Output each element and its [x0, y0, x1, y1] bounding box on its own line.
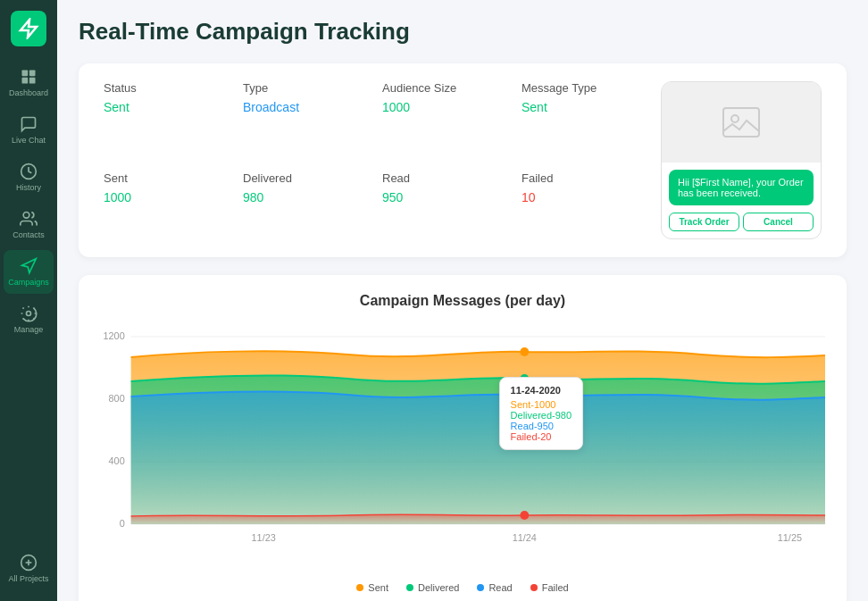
stat-failed-value: 10 — [522, 190, 661, 205]
stat-delivered-label: Delivered — [243, 171, 382, 185]
sidebar-item-contacts[interactable]: Contacts — [4, 203, 54, 246]
svg-text:11/23: 11/23 — [252, 532, 276, 543]
svg-text:1200: 1200 — [104, 330, 125, 341]
legend-delivered-label: Delivered — [418, 582, 459, 593]
sidebar-item-manage[interactable]: Manage — [4, 297, 54, 341]
svg-text:0: 0 — [120, 518, 125, 529]
sent-dot — [520, 347, 529, 356]
chart-card: Campaign Messages (per day) 1200 800 400… — [79, 275, 847, 601]
page-title: Real-Time Campaign Tracking — [79, 18, 847, 46]
stat-type-value: Broadcast — [243, 100, 382, 114]
stat-read: Read 950 — [382, 171, 522, 240]
svg-rect-3 — [29, 78, 36, 84]
sidebar-item-dashboard[interactable]: Dashboard — [4, 61, 54, 104]
message-bubble: Hii [$First Name], your Order has been r… — [669, 170, 814, 205]
stat-audience: Audience Size 1000 — [382, 81, 522, 150]
sidebar: Dashboard Live Chat History Contacts Cam… — [0, 0, 57, 601]
tooltip-failed: Failed-20 — [511, 431, 572, 442]
stat-failed-label: Failed — [522, 171, 661, 185]
stat-delivered-value: 980 — [243, 190, 382, 205]
legend-read-dot — [477, 584, 484, 591]
svg-rect-0 — [22, 71, 29, 77]
stat-message-type-value: Sent — [522, 100, 661, 114]
legend-delivered: Delivered — [406, 582, 459, 593]
legend-failed: Failed — [530, 582, 569, 593]
stat-audience-value: 1000 — [382, 100, 522, 114]
svg-rect-11 — [723, 108, 759, 137]
stat-sent-value: 1000 — [104, 190, 243, 205]
tooltip-delivered: Delivered-980 — [511, 410, 572, 421]
message-preview-card: Hii [$First Name], your Order has been r… — [661, 81, 822, 239]
stat-read-value: 950 — [382, 190, 522, 205]
stat-delivered: Delivered 980 — [243, 171, 382, 240]
stat-read-label: Read — [382, 171, 522, 185]
main-content: Real-Time Campaign Tracking Status Sent … — [57, 0, 868, 601]
app-logo — [11, 11, 46, 46]
stat-audience-label: Audience Size — [382, 81, 522, 95]
chart-legend: Sent Delivered Read Failed — [100, 582, 825, 593]
failed-dot — [520, 511, 529, 520]
tooltip-read: Read-950 — [511, 421, 572, 431]
read-area — [131, 391, 825, 524]
stats-grid: Status Sent Type Broadcast Audience Size… — [104, 81, 661, 239]
stats-card: Status Sent Type Broadcast Audience Size… — [79, 63, 847, 257]
stat-type: Type Broadcast — [243, 81, 382, 150]
sidebar-item-label: Manage — [14, 325, 44, 334]
svg-text:11/24: 11/24 — [513, 532, 537, 543]
sidebar-item-campaigns[interactable]: Campaigns — [4, 250, 54, 294]
stat-sent: Sent 1000 — [104, 171, 243, 240]
stat-failed: Failed 10 — [522, 171, 661, 240]
svg-point-12 — [731, 115, 739, 122]
stat-sent-label: Sent — [104, 171, 243, 185]
svg-point-5 — [23, 213, 29, 219]
stat-status: Status Sent — [104, 81, 243, 150]
tooltip-sent: Sent-1000 — [511, 399, 572, 410]
legend-delivered-dot — [406, 584, 413, 591]
legend-read-label: Read — [488, 582, 512, 593]
svg-rect-1 — [29, 71, 36, 77]
legend-failed-dot — [530, 584, 538, 591]
legend-sent-label: Sent — [368, 582, 388, 593]
svg-text:11/25: 11/25 — [778, 532, 802, 543]
chart-tooltip: 11-24-2020 Sent-1000 Delivered-980 Read-… — [499, 377, 584, 450]
track-order-button[interactable]: Track Order — [669, 213, 739, 231]
svg-marker-6 — [22, 259, 37, 273]
legend-sent-dot — [356, 584, 363, 591]
sidebar-item-label: Campaigns — [8, 278, 49, 287]
stat-type-label: Type — [243, 81, 382, 95]
stat-message-type: Message Type Sent — [522, 81, 661, 150]
stat-message-type-label: Message Type — [522, 81, 661, 95]
chart-container: 1200 800 400 0 — [100, 323, 825, 573]
message-preview-image — [662, 82, 821, 163]
tooltip-date: 11-24-2020 — [511, 385, 572, 396]
svg-point-7 — [27, 312, 31, 316]
sidebar-item-label: Contacts — [13, 230, 45, 239]
sidebar-item-label: History — [16, 183, 41, 192]
legend-failed-label: Failed — [542, 582, 569, 593]
chart-title: Campaign Messages (per day) — [100, 293, 825, 309]
sidebar-item-livechat[interactable]: Live Chat — [4, 108, 54, 152]
message-actions: Track Order Cancel — [662, 213, 821, 238]
legend-read: Read — [477, 582, 512, 593]
sidebar-item-allprojects[interactable]: All Projects — [4, 547, 54, 590]
stat-status-label: Status — [104, 81, 243, 95]
sidebar-item-label: Dashboard — [9, 88, 48, 97]
sidebar-item-history[interactable]: History — [4, 155, 54, 199]
chart-svg: 1200 800 400 0 — [100, 323, 825, 555]
svg-text:400: 400 — [109, 455, 125, 466]
svg-rect-2 — [22, 78, 29, 84]
svg-text:800: 800 — [109, 393, 125, 404]
cancel-button[interactable]: Cancel — [743, 213, 814, 231]
stat-status-value: Sent — [104, 100, 243, 114]
sidebar-item-label: All Projects — [8, 574, 48, 583]
sidebar-item-label: Live Chat — [12, 136, 46, 145]
legend-sent: Sent — [356, 582, 388, 593]
